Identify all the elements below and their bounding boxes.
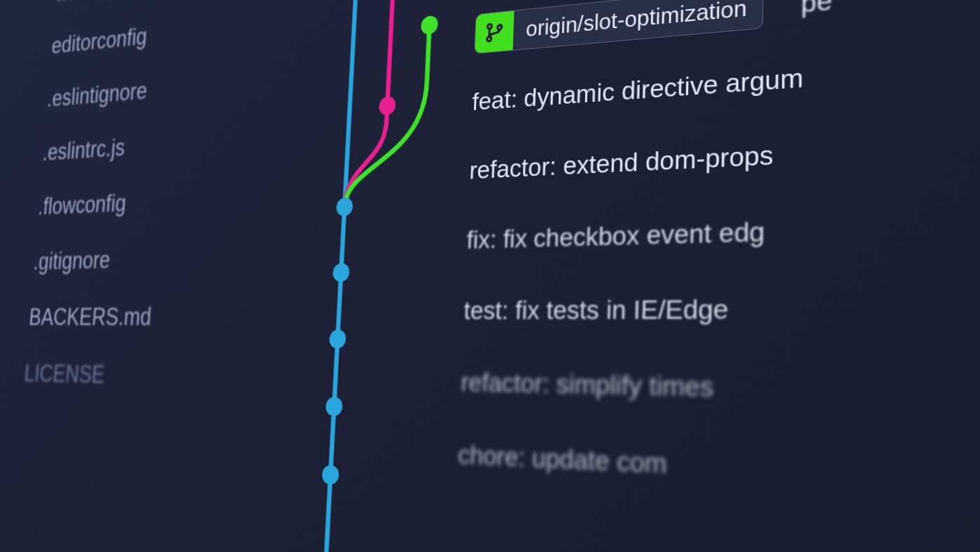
file-item[interactable]: BACKERS.md (28, 302, 260, 331)
file-item[interactable]: .gitignore (33, 242, 264, 275)
file-item[interactable]: abelrc.js (55, 0, 281, 6)
file-item[interactable]: LICENSE (23, 359, 256, 392)
file-tree: pes abelrc.js editorconfig .eslintignore… (23, 0, 284, 393)
svg-point-6 (332, 263, 350, 282)
file-item[interactable]: .flowconfig (37, 182, 267, 220)
svg-point-9 (322, 464, 340, 485)
commit-message: refactor: simplify times (461, 366, 714, 402)
commit-graph (275, 0, 484, 552)
svg-point-4 (421, 15, 438, 35)
commit-message: chore: update com (458, 439, 668, 480)
commit-list: test: fix tests, resolve helper confi fi… (456, 0, 980, 552)
commit-message: pe (801, 0, 832, 18)
file-item[interactable]: editorconfig (50, 8, 277, 59)
commit-message: test: fix tests in IE/Edge (463, 293, 729, 325)
svg-point-8 (326, 396, 343, 416)
svg-point-7 (329, 329, 346, 348)
git-branch-icon (475, 11, 514, 55)
branch-ref-tag[interactable]: origin/slot-optimization (474, 0, 764, 54)
svg-point-3 (379, 96, 396, 116)
svg-point-10 (487, 24, 491, 29)
commit-row[interactable]: chore: update com (456, 418, 980, 552)
commit-message: refactor: extend dom-props (469, 139, 774, 185)
svg-point-11 (487, 36, 491, 41)
svg-point-5 (336, 198, 354, 216)
branch-ref-name: origin/slot-optimization (513, 0, 747, 43)
commit-message: fix: fix checkbox event edg (466, 216, 765, 254)
file-item[interactable]: .eslintignore (46, 66, 274, 112)
svg-point-12 (498, 25, 502, 29)
file-item[interactable]: .eslintrc.js (42, 124, 271, 166)
commit-message: feat: dynamic directive argum (472, 62, 804, 116)
